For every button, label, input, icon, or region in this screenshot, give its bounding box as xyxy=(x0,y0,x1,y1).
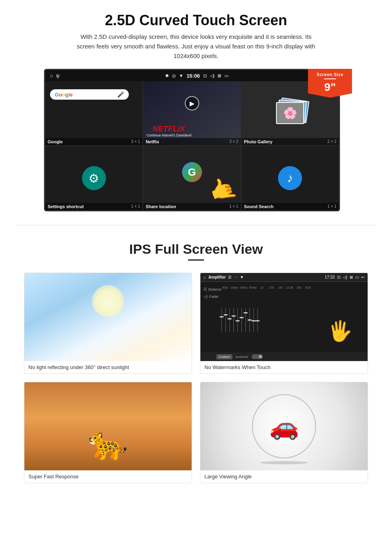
slider-5[interactable] xyxy=(237,304,238,336)
amp-toggle-thumb xyxy=(259,355,262,358)
settings-cell[interactable]: ⚙ Settings shortcut 1 × 1 xyxy=(45,146,142,210)
amp-balance-text: Balance xyxy=(208,287,222,291)
section2-title: IPS Full Screen View xyxy=(24,241,368,257)
x-icon: ⊠ xyxy=(218,73,221,78)
freq-60hz: 60hz xyxy=(221,286,229,289)
feature-car-card: 🚗 Large Viewing Angle xyxy=(200,382,368,483)
usb-icon: ψ xyxy=(56,73,60,78)
gallery-size: 2 × 2 xyxy=(327,139,336,144)
netflix-app-cell[interactable]: ▶ NETFLIX Continue Marvel's Daredevil Ne… xyxy=(143,81,240,145)
flower-icon: 🌸 xyxy=(283,106,297,120)
gallery-label: Photo Gallery 2 × 2 xyxy=(242,138,339,145)
app-grid: Google 🎤 Google 3 × 1 ▶ xyxy=(45,81,339,210)
slider-3[interactable] xyxy=(229,304,230,336)
amp-prev-icon[interactable]: ◀◀ xyxy=(204,353,213,361)
amp-back-icon: ↩ xyxy=(361,275,364,279)
amp-sliders-area: 🖐 xyxy=(221,290,364,351)
netflix-play-button[interactable]: ▶ xyxy=(185,96,199,110)
sunlight-caption: No light reflecting under 360° direct su… xyxy=(24,361,192,373)
status-left-icons: ⌂ ψ xyxy=(50,73,60,78)
google-logo: Google xyxy=(55,92,73,98)
feature-cheetah-card: 🐆 Super Fast Response xyxy=(24,382,192,483)
amp-loudness-toggle[interactable] xyxy=(252,354,263,359)
amp-vol-icon: ◁) xyxy=(343,275,347,279)
section1-description: With 2.5D curved-display screen, this de… xyxy=(72,32,320,61)
share-location-cell[interactable]: G 🤙 Share location 1 × 1 xyxy=(143,146,240,210)
amp-cam-icon: ⊡ xyxy=(337,275,340,279)
google-search-bar[interactable]: Google 🎤 xyxy=(50,89,129,100)
freq-500hz: 500hz xyxy=(249,286,257,289)
sound-label-text: Sound Search xyxy=(244,204,274,209)
feature-grid: No light reflecting under 360° direct su… xyxy=(24,273,368,483)
sound-size: 1 × 1 xyxy=(327,204,336,209)
slider-9[interactable] xyxy=(253,304,254,336)
slider-8[interactable] xyxy=(249,304,250,336)
amp-fader-label: ◁) Fader xyxy=(204,295,220,299)
settings-label-text: Settings shortcut xyxy=(48,204,84,209)
gallery-label-text: Photo Gallery xyxy=(244,139,273,144)
amp-win-icon: ▭ xyxy=(355,275,359,279)
amp-vol2-icon: ◁) xyxy=(204,295,208,299)
slider-7[interactable] xyxy=(245,304,246,336)
share-size: 1 × 1 xyxy=(229,204,238,209)
sound-label: Sound Search 1 × 1 xyxy=(242,203,339,210)
hand-pointing-icon: 🤙 xyxy=(206,172,240,206)
sunlight-image xyxy=(24,273,192,361)
google-mic-icon[interactable]: 🎤 xyxy=(117,91,124,98)
freq-200hz: 200hz xyxy=(240,286,248,289)
cheetah-image: 🐆 xyxy=(24,382,192,470)
badge-size: 9" xyxy=(312,81,348,94)
amp-header: ⌂ Amplifier ☰ ··· ▼ 17:33 ⊡ ◁) ⊠ ▭ ↩ xyxy=(200,273,368,282)
amplifier-screen: ⌂ Amplifier ☰ ··· ▼ 17:33 ⊡ ◁) ⊠ ▭ ↩ ☰ xyxy=(200,273,368,361)
device-mockup: Screen Size 9" ⌂ ψ ✱ ◎ ▼ 15:06 ⊡ ◁) ⊠ xyxy=(44,69,348,211)
android-screen: ⌂ ψ ✱ ◎ ▼ 15:06 ⊡ ◁) ⊠ ▭ xyxy=(44,69,340,211)
google-size: 3 × 1 xyxy=(131,139,140,144)
settings-gear-icon[interactable]: ⚙ xyxy=(82,166,106,190)
home-icon[interactable]: ⌂ xyxy=(50,73,53,78)
car-circle: 🚗 xyxy=(252,394,316,458)
google-app-cell[interactable]: Google 🎤 Google 3 × 1 xyxy=(45,81,142,145)
maps-icon: G xyxy=(182,162,202,194)
amp-menu-icon: ☰ xyxy=(228,275,232,279)
amp-dots: ··· xyxy=(234,275,237,279)
maps-g-letter: G xyxy=(182,162,202,182)
freq-100hz: 100hz xyxy=(230,286,238,289)
slider-4[interactable] xyxy=(233,304,234,336)
sound-music-icon[interactable]: ♪ xyxy=(278,166,302,190)
amp-labels: ☰ Balance ◁) Fader xyxy=(204,283,220,351)
section-divider xyxy=(16,225,376,225)
section2-underline xyxy=(188,259,204,261)
netflix-cell-content: ▶ NETFLIX Continue Marvel's Daredevil xyxy=(143,81,240,145)
sound-content: ♪ xyxy=(242,146,339,210)
netflix-label: Netflix 3 × 2 xyxy=(143,138,240,145)
amp-balance-label: ☰ Balance xyxy=(204,287,220,291)
location-icon: ◎ xyxy=(172,73,176,78)
amp-time: 17:33 xyxy=(325,275,335,279)
slider-10[interactable] xyxy=(257,304,258,336)
freq-2k5: 2.5k xyxy=(267,286,275,289)
slider-2[interactable] xyxy=(225,304,226,336)
amp-x-icon: ⊠ xyxy=(350,275,353,279)
status-center: ✱ ◎ ▼ 15:06 ⊡ ◁) ⊠ ▭ xyxy=(60,73,334,79)
freq-1k: 1k xyxy=(258,286,266,289)
section1-title: 2.5D Curved Touch Screen xyxy=(24,12,368,29)
slider-6[interactable] xyxy=(241,304,242,336)
window-icon: ▭ xyxy=(224,73,228,78)
amp-sliders-icon: ☰ xyxy=(204,287,207,291)
cheetah-caption: Super Fast Response xyxy=(24,470,192,483)
car-shadow xyxy=(260,461,308,464)
amp-custom-button[interactable]: Custom xyxy=(216,354,232,359)
google-cell-content: Google 🎤 xyxy=(45,81,142,108)
settings-content: ⚙ xyxy=(45,146,142,210)
netflix-logo: NETFLIX xyxy=(146,125,191,133)
camera-icon: ⊡ xyxy=(203,73,207,78)
photo-card-flower: 🌸 xyxy=(276,102,304,124)
slider-1[interactable] xyxy=(221,304,222,336)
sound-search-cell[interactable]: ♪ Sound Search 1 × 1 xyxy=(242,146,339,210)
netflix-label-text: Netflix xyxy=(146,139,159,144)
car-icon: 🚗 xyxy=(269,412,299,441)
badge-label: Screen Size xyxy=(312,72,348,77)
amplifier-caption: No Watermarks When Touch xyxy=(200,361,368,373)
section-curved-screen: 2.5D Curved Touch Screen With 2.5D curve… xyxy=(0,0,392,221)
feature-amplifier-card: ⌂ Amplifier ☰ ··· ▼ 17:33 ⊡ ◁) ⊠ ▭ ↩ ☰ xyxy=(200,273,368,374)
